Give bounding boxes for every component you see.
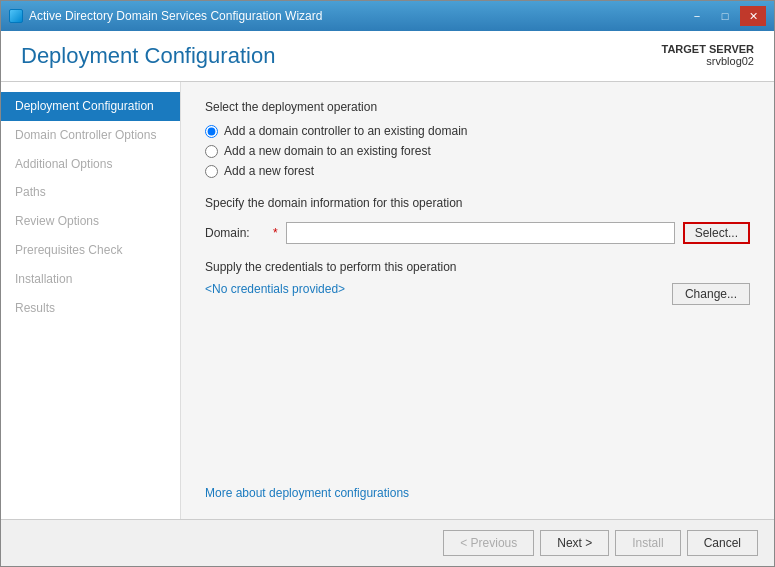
domain-label: Domain: (205, 226, 265, 240)
right-panel: Select the deployment operation Add a do… (181, 82, 774, 519)
sidebar: Deployment Configuration Domain Controll… (1, 82, 181, 519)
close-button[interactable]: ✕ (740, 6, 766, 26)
no-credentials-text: <No credentials provided> (205, 282, 345, 296)
page-title: Deployment Configuration (21, 43, 275, 69)
target-server-label: TARGET SERVER (662, 43, 755, 55)
radio-new-forest[interactable] (205, 165, 218, 178)
maximize-button[interactable]: □ (712, 6, 738, 26)
sidebar-item-paths: Paths (1, 178, 180, 207)
cancel-button[interactable]: Cancel (687, 530, 758, 556)
credentials-row: <No credentials provided> Change... (205, 282, 750, 306)
radio-option-new-domain[interactable]: Add a new domain to an existing forest (205, 144, 750, 158)
sidebar-item-results: Results (1, 294, 180, 323)
header-bar: Deployment Configuration TARGET SERVER s… (1, 31, 774, 82)
required-star: * (273, 226, 278, 240)
credentials-label: Supply the credentials to perform this o… (205, 260, 750, 274)
title-bar-controls: − □ ✕ (684, 6, 766, 26)
radio-group: Add a domain controller to an existing d… (205, 124, 750, 178)
select-button[interactable]: Select... (683, 222, 750, 244)
next-button[interactable]: Next > (540, 530, 609, 556)
sidebar-item-domain-controller-options: Domain Controller Options (1, 121, 180, 150)
footer: < Previous Next > Install Cancel (1, 519, 774, 566)
main-body: Deployment Configuration Domain Controll… (1, 82, 774, 519)
sidebar-item-review-options: Review Options (1, 207, 180, 236)
domain-row: Domain: * Select... (205, 222, 750, 244)
install-button[interactable]: Install (615, 530, 680, 556)
minimize-button[interactable]: − (684, 6, 710, 26)
target-server-info: TARGET SERVER srvblog02 (662, 43, 755, 67)
title-bar-title: Active Directory Domain Services Configu… (29, 9, 322, 23)
window-icon (9, 9, 23, 23)
main-window: Active Directory Domain Services Configu… (0, 0, 775, 567)
deployment-operation-label: Select the deployment operation (205, 100, 750, 114)
domain-section-label: Specify the domain information for this … (205, 196, 750, 210)
sidebar-item-installation: Installation (1, 265, 180, 294)
previous-button[interactable]: < Previous (443, 530, 534, 556)
target-server-value: srvblog02 (662, 55, 755, 67)
domain-input[interactable] (286, 222, 675, 244)
sidebar-item-prerequisites-check: Prerequisites Check (1, 236, 180, 265)
title-bar-left: Active Directory Domain Services Configu… (9, 9, 322, 23)
radio-existing-domain[interactable] (205, 125, 218, 138)
sidebar-item-additional-options: Additional Options (1, 150, 180, 179)
radio-option-new-forest[interactable]: Add a new forest (205, 164, 750, 178)
sidebar-item-deployment-configuration[interactable]: Deployment Configuration (1, 92, 180, 121)
change-button[interactable]: Change... (672, 283, 750, 305)
radio-option-existing-domain[interactable]: Add a domain controller to an existing d… (205, 124, 750, 138)
radio-new-domain[interactable] (205, 145, 218, 158)
title-bar: Active Directory Domain Services Configu… (1, 1, 774, 31)
more-link[interactable]: More about deployment configurations (205, 486, 750, 500)
